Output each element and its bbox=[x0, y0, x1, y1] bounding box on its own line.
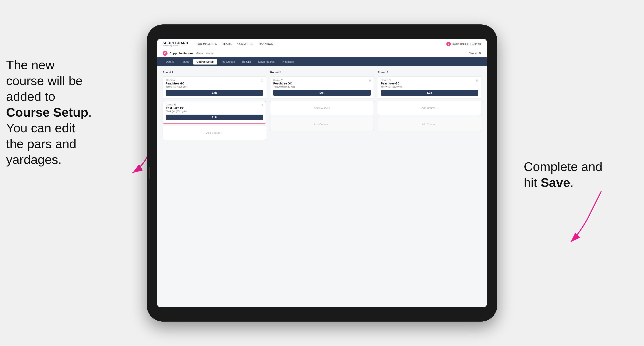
round-1-course-b-tee: Black (M) (6891 yds) bbox=[166, 110, 263, 113]
round-1-course-b-card: (Course B) East Lake GC Black (M) (6891 … bbox=[163, 101, 266, 124]
round-3-course-a-delete-icon[interactable]: ⊡ bbox=[476, 79, 479, 82]
round-2-course-a-tee: Yellow (M) (6629 yds) bbox=[273, 85, 371, 88]
annotation-left-bold: Course Setup bbox=[6, 105, 88, 119]
top-nav: SCOREBOARD Powered by clippd TOURNAMENTS… bbox=[157, 39, 487, 49]
annotation-left: The new course will be added to Course S… bbox=[6, 57, 138, 168]
tournament-name: Clippd Invitational bbox=[170, 52, 194, 55]
cancel-button[interactable]: Cancel ✕ bbox=[469, 51, 481, 55]
tournament-bar: C Clippd Invitational (Men) Hosting Canc… bbox=[157, 49, 487, 57]
round-2-course-a-edit-button[interactable]: Edit bbox=[273, 90, 371, 96]
round-2-course-a-name: Peachtree GC bbox=[273, 82, 371, 85]
round-2-course-a-label: (Course A) bbox=[273, 79, 371, 81]
round-1-add-course-button[interactable]: Add Course + bbox=[163, 126, 266, 140]
round-3-course-a-label: (Course A) bbox=[381, 79, 478, 81]
round-1-course-a-card: (Course A) Peachtree GC Yellow (M) (6629… bbox=[163, 76, 266, 99]
round-3-course-a-card: (Course A) Peachtree GC Yellow (M) (6629… bbox=[378, 76, 481, 99]
round-1-course-b-edit-button[interactable]: Edit bbox=[166, 115, 263, 120]
round-3-label: Round 3 bbox=[378, 71, 481, 74]
nav-links: TOURNAMENTS TEAMS COMMITTEE RANKINGS bbox=[196, 42, 440, 45]
main-content: Round 1 (Course A) Peachtree GC Yellow (… bbox=[157, 66, 487, 307]
round-3-add-course-button-2: Add Course + bbox=[378, 117, 481, 131]
tablet-side-button bbox=[149, 167, 150, 179]
round-1-course-b-delete-icon[interactable]: ⊡ bbox=[260, 103, 264, 107]
user-email: blair@clippd.io bbox=[452, 42, 468, 45]
nav-rankings[interactable]: RANKINGS bbox=[259, 42, 273, 45]
annotation-right: Complete and hit Save. bbox=[524, 159, 638, 190]
sign-out-link[interactable]: Sign out bbox=[472, 42, 481, 45]
round-1-course-b-name: East Lake GC bbox=[166, 106, 263, 110]
round-1-course-a-edit-button[interactable]: Edit bbox=[166, 90, 263, 96]
round-1-course-a-tee: Yellow (M) (6629 yds) bbox=[166, 85, 263, 88]
tab-leaderboards[interactable]: Leaderboards bbox=[255, 59, 278, 64]
nav-right: B blair@clippd.io | Sign out bbox=[446, 42, 481, 46]
round-2-column: Round 2 (Course A) Peachtree GC Yellow (… bbox=[270, 71, 374, 142]
round-2-label: Round 2 bbox=[270, 71, 374, 74]
tablet-screen: SCOREBOARD Powered by clippd TOURNAMENTS… bbox=[157, 39, 487, 307]
tab-bar: Details Teams Course Setup Tee Groups Re… bbox=[157, 57, 487, 66]
tab-tee-groups[interactable]: Tee Groups bbox=[218, 59, 238, 64]
rounds-grid: Round 1 (Course A) Peachtree GC Yellow (… bbox=[163, 71, 481, 142]
tournament-gender: (Men) bbox=[196, 52, 202, 55]
round-2-add-course-button-2: Add Course + bbox=[270, 117, 374, 131]
tournament-title: C Clippd Invitational (Men) Hosting bbox=[163, 51, 214, 56]
round-3-course-a-name: Peachtree GC bbox=[381, 82, 478, 85]
annotation-right-bold: Save bbox=[541, 175, 570, 189]
round-3-course-a-tee: Yellow (M) (6629 yds) bbox=[381, 85, 478, 88]
close-icon: ✕ bbox=[479, 51, 481, 55]
tab-results[interactable]: Results bbox=[239, 59, 254, 64]
scoreboard-logo: SCOREBOARD Powered by clippd bbox=[163, 41, 188, 47]
nav-pipe: | bbox=[470, 42, 471, 45]
round-3-column: Round 3 (Course A) Peachtree GC Yellow (… bbox=[378, 71, 481, 142]
tab-teams[interactable]: Teams bbox=[178, 59, 192, 64]
arrow-right bbox=[538, 187, 607, 248]
round-1-course-a-name: Peachtree GC bbox=[166, 82, 263, 85]
tab-printables[interactable]: Printables bbox=[278, 59, 297, 64]
user-avatar: B bbox=[446, 42, 451, 46]
logo-subtext: Powered by clippd bbox=[163, 45, 188, 47]
round-3-add-course-button[interactable]: Add Course + bbox=[378, 101, 481, 115]
round-2-course-a-delete-icon[interactable]: ⊡ bbox=[368, 79, 372, 82]
nav-teams[interactable]: TEAMS bbox=[222, 42, 232, 45]
round-3-course-a-edit-button[interactable]: Edit bbox=[381, 90, 478, 96]
round-1-course-a-label: (Course A) bbox=[166, 79, 263, 81]
nav-tournaments[interactable]: TOURNAMENTS bbox=[196, 42, 217, 45]
tab-details[interactable]: Details bbox=[163, 59, 177, 64]
tablet-frame: SCOREBOARD Powered by clippd TOURNAMENTS… bbox=[147, 24, 497, 322]
round-1-course-a-delete-icon[interactable]: ⊡ bbox=[260, 79, 264, 82]
tournament-logo-icon: C bbox=[163, 51, 168, 56]
round-2-add-course-button[interactable]: Add Course + bbox=[270, 101, 374, 115]
round-1-course-b-label: (Course B) bbox=[166, 104, 263, 106]
tab-course-setup[interactable]: Course Setup bbox=[193, 59, 217, 64]
hosting-badge: Hosting bbox=[206, 52, 214, 54]
round-1-column: Round 1 (Course A) Peachtree GC Yellow (… bbox=[163, 71, 266, 142]
round-2-course-a-card: (Course A) Peachtree GC Yellow (M) (6629… bbox=[270, 76, 374, 99]
nav-committee[interactable]: COMMITTEE bbox=[238, 42, 253, 45]
round-1-label: Round 1 bbox=[163, 71, 266, 74]
